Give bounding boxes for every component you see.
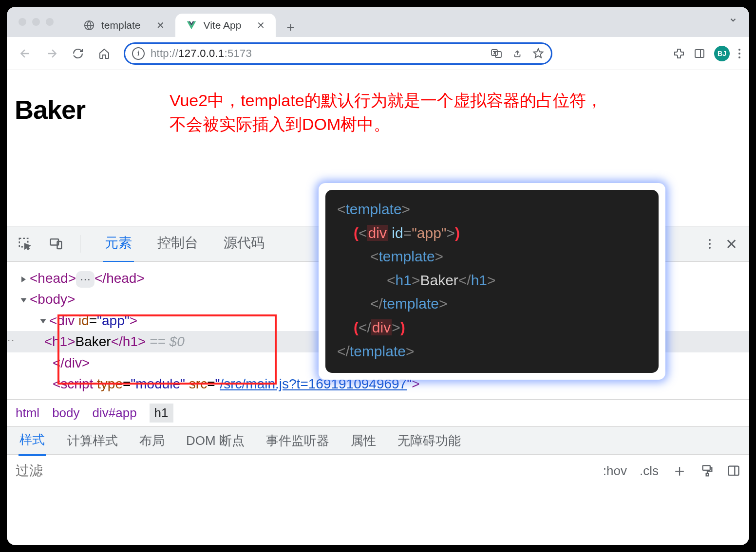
- globe-icon: [84, 20, 94, 31]
- filter-input[interactable]: [16, 463, 210, 478]
- crumb-body[interactable]: body: [52, 405, 79, 421]
- share-icon[interactable]: [512, 48, 523, 59]
- devtools-close-icon[interactable]: ✕: [725, 236, 737, 253]
- styles-filter-bar: :hov .cls ＋: [7, 455, 749, 487]
- devtools-menu-icon[interactable]: [709, 239, 711, 249]
- crumb-h1[interactable]: h1: [150, 404, 173, 423]
- annotation-text: Vue2中，template的默认行为就是一个虚拟容器的占位符， 不会被实际插入…: [170, 89, 632, 137]
- dom-breadcrumb: html body div#app h1: [7, 399, 749, 426]
- devtools-tabs: 元素 控制台 源代码: [103, 225, 266, 263]
- tab-template[interactable]: template ✕: [73, 14, 175, 37]
- page-heading: Baker: [15, 94, 85, 125]
- panel-toggle-icon[interactable]: [727, 464, 740, 478]
- styles-tabs: 样式 计算样式 布局 DOM 断点 事件监听器 属性 无障碍功能: [7, 426, 749, 455]
- svg-rect-9: [706, 474, 709, 476]
- bookmark-icon[interactable]: [532, 48, 544, 59]
- tab-vite-app[interactable]: Vite App ✕: [175, 14, 276, 37]
- hov-toggle[interactable]: :hov: [603, 463, 627, 478]
- styles-tab-a11y[interactable]: 无障碍功能: [397, 432, 461, 449]
- close-icon[interactable]: ✕: [156, 19, 165, 31]
- url-bar[interactable]: i http://127.0.0.1:5173: [124, 42, 552, 65]
- styles-tab-listeners[interactable]: 事件监听器: [266, 432, 329, 449]
- forward-button[interactable]: [42, 44, 61, 63]
- code-overlay: <template> (<div id="app">) <template> <…: [319, 183, 665, 380]
- tabs-dropdown-icon[interactable]: [729, 16, 737, 24]
- home-button[interactable]: [94, 44, 114, 63]
- traffic-min[interactable]: [32, 18, 40, 26]
- devtools-tab-sources[interactable]: 源代码: [222, 225, 266, 263]
- reload-button[interactable]: [68, 44, 88, 63]
- browser-menu-icon[interactable]: [738, 49, 740, 58]
- styles-tab-computed[interactable]: 计算样式: [67, 432, 118, 449]
- traffic-close[interactable]: [19, 18, 26, 26]
- cls-toggle[interactable]: .cls: [640, 463, 659, 478]
- devtools-tab-console[interactable]: 控制台: [155, 225, 200, 263]
- extensions-icon[interactable]: [673, 48, 685, 59]
- svg-rect-10: [729, 466, 739, 476]
- traffic-max[interactable]: [46, 18, 54, 26]
- svg-rect-8: [703, 466, 710, 470]
- crumb-divapp[interactable]: div#app: [93, 405, 137, 421]
- crumb-html[interactable]: html: [16, 405, 39, 421]
- styles-tab-styles[interactable]: 样式: [19, 425, 46, 456]
- svg-rect-3: [695, 50, 704, 57]
- new-tab-button[interactable]: +: [281, 18, 300, 37]
- site-info-icon[interactable]: i: [132, 47, 145, 60]
- traffic-lights: [19, 18, 54, 26]
- paint-icon[interactable]: [700, 464, 714, 478]
- panel-icon[interactable]: [694, 48, 705, 59]
- browser-tabs: template ✕ Vite App ✕ +: [73, 7, 300, 37]
- new-style-rule-icon[interactable]: ＋: [671, 460, 688, 482]
- titlebar: template ✕ Vite App ✕ +: [7, 7, 749, 37]
- styles-tab-props[interactable]: 属性: [351, 432, 376, 449]
- translate-icon[interactable]: [491, 48, 502, 59]
- back-button[interactable]: [16, 44, 35, 63]
- tab-label: template: [101, 19, 141, 31]
- styles-tab-dombp[interactable]: DOM 断点: [186, 432, 245, 449]
- profile-avatar[interactable]: BJ: [714, 46, 730, 61]
- styles-tab-layout[interactable]: 布局: [139, 432, 165, 449]
- browser-toolbar: i http://127.0.0.1:5173 BJ: [7, 37, 749, 70]
- device-toggle-icon[interactable]: [49, 237, 63, 251]
- close-icon[interactable]: ✕: [257, 19, 265, 31]
- devtools-tab-elements[interactable]: 元素: [103, 225, 134, 263]
- vue-icon: [186, 20, 197, 31]
- tab-label: Vite App: [204, 19, 242, 31]
- svg-rect-2: [495, 52, 501, 57]
- url-text: http://127.0.0.1:5173: [151, 47, 252, 60]
- inspect-icon[interactable]: [18, 237, 32, 251]
